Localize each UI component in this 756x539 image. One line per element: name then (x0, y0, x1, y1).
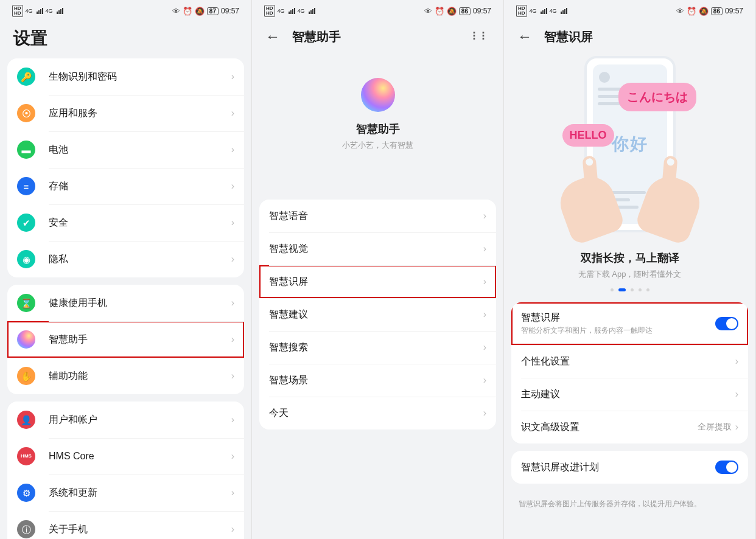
row-label: HMS Core (49, 451, 231, 462)
row-label: 智慧视觉 (269, 243, 483, 256)
assistant-list: 智慧语音› 智慧视觉› 智慧识屏› 智慧建议› 智慧搜索› 智慧场景› 今天› (259, 200, 496, 429)
chevron-right-icon: › (483, 342, 486, 353)
row-suggestion[interactable]: 智慧建议› (259, 298, 496, 331)
chevron-right-icon: › (231, 297, 234, 308)
footnote: 智慧识屏会将图片上传服务器并存储，以提升用户体验。 (504, 491, 755, 516)
row-label: 智慧建议 (269, 308, 483, 321)
row-digital-wellbeing[interactable]: ⌛健康使用手机› (7, 285, 244, 321)
chevron-right-icon: › (735, 422, 738, 433)
back-button[interactable]: ← (265, 28, 280, 45)
row-today[interactable]: 今天› (259, 397, 496, 429)
bubble-english: HELLO (562, 124, 614, 147)
illust-phone: 你好 こんにちは HELLO (584, 56, 676, 232)
row-label: 个性化设置 (521, 355, 735, 368)
battery-icon: 87 (207, 7, 219, 15)
row-personalization[interactable]: 个性化设置› (511, 345, 748, 378)
caption-subtitle: 无需下载 App，随时看懂外文 (511, 269, 748, 280)
row-users[interactable]: 👤用户和帐户› (7, 402, 244, 438)
row-label: 关于手机 (49, 523, 231, 536)
row-label: 隐私 (49, 253, 231, 266)
mute-icon: 🔕 (195, 7, 205, 16)
eye-icon: 👁 (424, 7, 432, 16)
back-button[interactable]: ← (517, 28, 532, 45)
gear-icon: ⚙ (23, 489, 30, 498)
row-vision[interactable]: 智慧视觉› (259, 232, 496, 265)
status-time: 09:57 (725, 7, 743, 15)
chevron-right-icon: › (231, 71, 234, 82)
chevron-right-icon: › (735, 356, 738, 367)
row-proactive[interactable]: 主动建议› (511, 378, 748, 411)
carousel-dots[interactable] (511, 288, 748, 291)
eye-icon: 👁 (676, 7, 684, 16)
row-search[interactable]: 智慧搜索› (259, 331, 496, 364)
chevron-right-icon: › (483, 408, 486, 419)
row-label: 系统和更新 (49, 487, 231, 499)
row-aitouch[interactable]: 智慧识屏› (259, 265, 496, 298)
hand-icon: ✋ (21, 372, 32, 381)
more-button[interactable]: ⠇⠇ (472, 30, 490, 43)
battery-icon: 86 (711, 7, 723, 15)
bubble-japanese: こんにちは (618, 83, 696, 111)
alarm-icon: ⏰ (183, 7, 192, 16)
row-voice[interactable]: 智慧语音› (259, 200, 496, 232)
chevron-right-icon: › (231, 487, 234, 498)
apps-icon: ⦿ (22, 109, 31, 118)
mute-icon: 🔕 (447, 7, 457, 16)
chevron-right-icon: › (231, 334, 234, 345)
row-label: 智慧场景 (269, 374, 483, 387)
battery-icon: ▬ (22, 145, 31, 155)
row-apps[interactable]: ⦿应用和服务› (7, 95, 244, 131)
settings-group-1: 🔑生物识别和密码› ⦿应用和服务› ▬电池› ≡存储› ✔安全› ◉隐私› (7, 58, 244, 277)
row-hms[interactable]: HMSHMS Core› (7, 438, 244, 475)
key-icon: 🔑 (21, 72, 32, 82)
row-text-advanced[interactable]: 识文高级设置全屏提取› (511, 411, 748, 443)
row-label: 电池 (49, 144, 231, 156)
row-scene[interactable]: 智慧场景› (259, 364, 496, 397)
row-about[interactable]: ⓘ关于手机› (7, 511, 244, 539)
chevron-right-icon: › (231, 181, 234, 192)
row-improvement-plan[interactable]: 智慧识屏改进计划 (511, 451, 748, 484)
row-biometrics[interactable]: 🔑生物识别和密码› (7, 58, 244, 95)
row-label: 智慧语音 (269, 210, 483, 223)
row-value: 全屏提取 (698, 422, 732, 433)
row-label: 生物识别和密码 (49, 71, 231, 83)
row-label: 安全 (49, 217, 231, 229)
row-security[interactable]: ✔安全› (7, 204, 244, 241)
caption-title: 双指长按，马上翻译 (511, 251, 748, 265)
row-label: 用户和帐户 (49, 414, 231, 426)
row-label: 智慧搜索 (269, 341, 483, 354)
storage-icon: ≡ (24, 182, 29, 191)
page-title: 智慧识屏 (544, 29, 593, 45)
row-label: 智慧识屏改进计划 (521, 461, 715, 474)
row-accessibility[interactable]: ✋辅助功能› (7, 358, 244, 394)
battery-icon: 86 (459, 7, 471, 15)
chevron-right-icon: › (483, 375, 486, 386)
page-header: ← 智慧助手 ⠇⠇ (252, 22, 503, 54)
row-label: 存储 (49, 180, 231, 193)
row-ai-assistant[interactable]: 智慧助手› (7, 321, 244, 358)
page-title: 设置 (13, 27, 47, 50)
row-aitouch-toggle[interactable]: 智慧识屏 智能分析文字和图片，服务内容一触即达 (511, 302, 748, 345)
chevron-right-icon: › (735, 389, 738, 400)
toggle-switch[interactable] (715, 461, 738, 474)
row-system[interactable]: ⚙系统和更新› (7, 475, 244, 511)
user-icon: 👤 (21, 416, 32, 425)
illustration: 你好 こんにちは HELLO 双指长按，马上翻译 无需下载 App，随时看懂外文 (511, 56, 748, 291)
row-privacy[interactable]: ◉隐私› (7, 241, 244, 277)
chevron-right-icon: › (231, 414, 234, 425)
status-time: 09:57 (221, 7, 239, 15)
chevron-right-icon: › (231, 451, 234, 462)
chevron-right-icon: › (483, 276, 486, 287)
chevron-right-icon: › (483, 210, 486, 221)
alarm-icon: ⏰ (687, 7, 696, 16)
row-battery[interactable]: ▬电池› (7, 131, 244, 168)
chevron-right-icon: › (483, 309, 486, 320)
row-storage[interactable]: ≡存储› (7, 168, 244, 204)
aitouch-group-1: 智慧识屏 智能分析文字和图片，服务内容一触即达 个性化设置› 主动建议› 识文高… (511, 302, 748, 443)
privacy-icon: ◉ (23, 255, 30, 264)
chevron-right-icon: › (231, 370, 234, 381)
toggle-switch[interactable] (715, 317, 738, 330)
row-label: 识文高级设置 (521, 421, 698, 434)
mute-icon: 🔕 (699, 7, 709, 16)
hero-subtitle: 小艺小艺，大有智慧 (264, 140, 491, 151)
